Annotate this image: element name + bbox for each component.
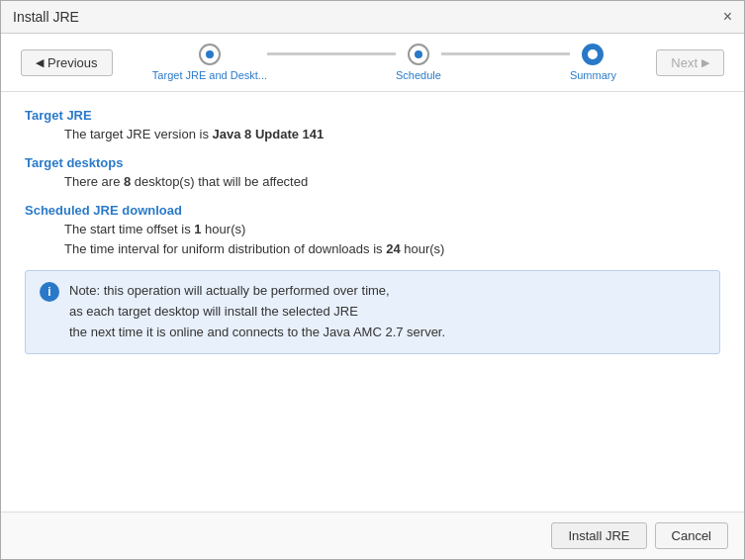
target-jre-prefix: The target JRE version is — [64, 127, 213, 141]
next-button[interactable]: Next ▶ — [656, 49, 724, 76]
step-1-label: Target JRE and Deskt... — [152, 69, 267, 81]
next-arrow-icon: ▶ — [701, 56, 709, 69]
footer: Install JRE Cancel — [1, 512, 744, 559]
dialog-title: Install JRE — [13, 9, 79, 25]
scheduled-download-header: Scheduled JRE download — [25, 203, 720, 218]
steps-track: Target JRE and Deskt... Schedule — [152, 44, 616, 81]
cancel-button[interactable]: Cancel — [655, 522, 728, 549]
desktops-suffix: desktop(s) that will be affected — [131, 174, 308, 189]
close-button[interactable]: × — [723, 9, 732, 25]
start-time-line: The start time offset is 1 hour(s) — [64, 220, 720, 240]
next-label: Next — [671, 55, 698, 70]
step-1-circle — [199, 44, 221, 65]
target-jre-header: Target JRE — [25, 108, 720, 123]
title-bar: Install JRE × — [1, 1, 744, 34]
step-1: Target JRE and Deskt... — [152, 44, 267, 81]
step-2-label: Schedule — [396, 69, 441, 81]
desktops-prefix: There are — [64, 174, 124, 189]
target-desktops-content: There are 8 desktop(s) that will be affe… — [25, 172, 720, 193]
note-line2: as each target desktop will install the … — [69, 304, 358, 319]
interval-line: The time interval for uniform distributi… — [64, 239, 720, 260]
install-jre-button[interactable]: Install JRE — [551, 522, 646, 549]
step-2-circle — [408, 44, 429, 65]
target-jre-content: The target JRE version is Java 8 Update … — [25, 125, 720, 145]
step-3-dot — [588, 49, 598, 59]
note-line3: the next time it is online and connects … — [69, 325, 445, 339]
interval-suffix: hour(s) — [401, 241, 445, 256]
prev-arrow-icon: ◀ — [36, 56, 44, 69]
step-2: Schedule — [396, 44, 441, 81]
previous-button[interactable]: ◀ Previous — [21, 49, 113, 76]
connector-1 — [267, 52, 396, 55]
wizard-nav: ◀ Previous Target JRE and Deskt... — [1, 34, 744, 92]
target-jre-section: Target JRE The target JRE version is Jav… — [25, 108, 720, 145]
previous-label: Previous — [47, 55, 98, 70]
note-line1: this operation will actually be performe… — [100, 283, 390, 298]
note-label: Note: — [69, 283, 100, 298]
target-desktops-header: Target desktops — [25, 155, 720, 170]
scheduled-download-content: The start time offset is 1 hour(s) The t… — [25, 220, 720, 261]
target-jre-value: Java 8 Update 141 — [213, 127, 325, 141]
start-time-suffix: hour(s) — [202, 222, 246, 236]
steps-container: Target JRE and Deskt... Schedule — [113, 44, 657, 81]
step-2-dot — [415, 50, 422, 58]
scheduled-download-section: Scheduled JRE download The start time of… — [25, 203, 720, 261]
step-3-circle — [582, 44, 604, 65]
note-text: Note: this operation will actually be pe… — [69, 281, 445, 342]
step-3: Summary — [570, 44, 616, 81]
target-desktops-section: Target desktops There are 8 desktop(s) t… — [25, 155, 720, 193]
note-icon: i — [40, 282, 59, 302]
interval-prefix: The time interval for uniform distributi… — [64, 241, 386, 256]
start-time-prefix: The start time offset is — [64, 222, 194, 236]
step-1-dot — [206, 50, 214, 58]
install-jre-dialog: Install JRE × ◀ Previous Target JRE and … — [0, 0, 745, 560]
start-time-value: 1 — [194, 222, 201, 236]
interval-value: 24 — [386, 241, 400, 256]
step-3-label: Summary — [570, 69, 616, 81]
connector-2 — [441, 52, 570, 55]
content-area: Target JRE The target JRE version is Jav… — [1, 92, 744, 512]
note-box: i Note: this operation will actually be … — [25, 270, 720, 353]
